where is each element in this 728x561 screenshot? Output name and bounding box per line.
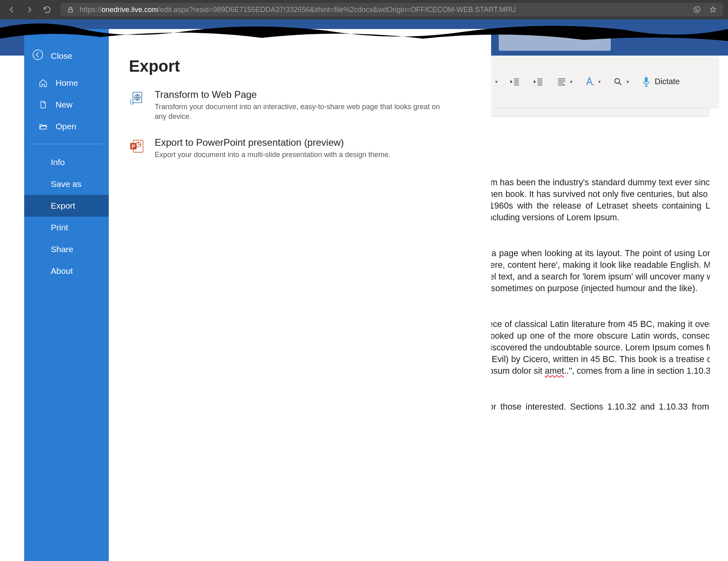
nav-label: Info — [51, 157, 65, 167]
browser-toolbar: https://onedrive.live.com/edit.aspx?resi… — [0, 0, 728, 19]
forward-button[interactable] — [24, 4, 35, 15]
svg-point-5 — [615, 79, 620, 83]
nav-about[interactable]: About — [24, 260, 109, 282]
nav-print[interactable]: Print — [24, 217, 109, 238]
svg-text:P: P — [132, 143, 135, 149]
browser-nav-buttons — [6, 4, 52, 15]
export-option-title: Export to PowerPoint presentation (previ… — [155, 137, 390, 148]
doc-paragraph: Lorem Ipsum is simply dummy text of the … — [491, 177, 710, 224]
backstage-content: Export Transform to Web Page Transform y… — [109, 29, 491, 561]
back-button[interactable] — [6, 4, 17, 15]
nav-label: New — [56, 100, 73, 110]
chevron-down-icon: ▾ — [626, 79, 629, 85]
indent-icon — [532, 76, 544, 88]
cookie-icon[interactable] — [692, 4, 702, 15]
nav-label: Home — [56, 78, 78, 88]
outdent-icon — [509, 76, 521, 88]
svg-point-3 — [697, 10, 698, 11]
dictate-label: Dictate — [655, 77, 680, 86]
styles-icon — [584, 76, 596, 88]
svg-point-1 — [694, 7, 700, 13]
backstage-nav: Close Home New Open — [24, 29, 109, 561]
backstage-close-button[interactable]: Close — [24, 49, 109, 72]
export-to-powerpoint[interactable]: P Export to PowerPoint presentation (pre… — [129, 137, 447, 159]
export-option-desc: Transform your document into an interact… — [155, 102, 447, 122]
export-option-title: Transform to Web Page — [155, 89, 447, 100]
nav-label: Share — [51, 244, 73, 254]
nav-open[interactable]: Open — [29, 116, 104, 137]
doc-paragraph: The standard chunk of Lorem Ipsum used s… — [491, 401, 710, 424]
export-option-desc: Export your document into a multi-slide … — [155, 150, 390, 159]
microphone-icon — [640, 76, 652, 88]
search-icon — [612, 76, 624, 88]
search-box-placeholder[interactable] — [499, 30, 611, 51]
chevron-down-icon: ▾ — [495, 79, 498, 85]
doc-misspelled-word: amet — [545, 366, 564, 376]
nav-label: Save as — [51, 179, 81, 189]
document-icon — [38, 99, 48, 110]
nav-save-as[interactable]: Save as — [24, 173, 109, 195]
doc-text: ..", comes from a line in section 1.10.3… — [564, 366, 710, 376]
styles-menu[interactable]: ▾ — [584, 72, 601, 91]
nav-label: Print — [51, 223, 68, 232]
nav-label: Open — [56, 122, 76, 131]
lock-icon — [65, 4, 76, 15]
url-protocol: https:// — [80, 6, 102, 14]
paragraph-icon — [556, 76, 568, 88]
nav-export[interactable]: Export — [24, 195, 109, 217]
folder-open-icon — [38, 121, 48, 132]
svg-rect-0 — [68, 9, 73, 12]
backstage-panel: Close Home New Open — [24, 29, 491, 561]
nav-new[interactable]: New — [29, 94, 104, 116]
chevron-down-icon: ▾ — [598, 79, 601, 85]
nav-label: Export — [51, 201, 75, 211]
paragraph-menu[interactable]: ▾ — [556, 72, 572, 91]
favorite-icon[interactable] — [708, 4, 718, 15]
export-transform-webpage[interactable]: Transform to Web Page Transform your doc… — [129, 89, 447, 122]
close-label: Close — [51, 51, 73, 61]
decrease-indent-button[interactable] — [509, 72, 521, 91]
nav-label: About — [51, 266, 73, 276]
url-path: /edit.aspx?resid=989D6E7155EDDA37!332656… — [158, 6, 516, 14]
svg-point-2 — [696, 9, 697, 10]
document-canvas: Lorem Ipsum is simply dummy text of the … — [491, 108, 710, 561]
document-page[interactable]: Lorem Ipsum is simply dummy text of the … — [491, 116, 710, 561]
svg-rect-6 — [645, 77, 648, 83]
svg-point-4 — [696, 10, 697, 11]
home-icon — [38, 78, 48, 88]
nav-home[interactable]: Home — [29, 72, 104, 94]
back-circle-icon — [32, 49, 44, 62]
dictate-button[interactable]: Dictate — [640, 72, 680, 91]
powerpoint-icon: P — [129, 139, 145, 155]
chevron-down-icon: ▾ — [570, 79, 572, 85]
doc-paragraph: Contrary to popular belief, Lorem Ipsum … — [491, 319, 710, 377]
ribbon-toolbar: ▾ ▾ ▾ ▾ Dictate — [491, 56, 719, 108]
nav-info[interactable]: Info — [24, 151, 109, 173]
svg-point-7 — [33, 50, 43, 60]
increase-indent-button[interactable] — [532, 72, 544, 91]
transform-web-icon — [129, 91, 145, 107]
reload-button[interactable] — [42, 4, 52, 15]
address-bar[interactable]: https://onedrive.live.com/edit.aspx?resi… — [60, 3, 723, 17]
find-menu[interactable]: ▾ — [612, 72, 629, 91]
doc-paragraph: It is a long established fact that a rea… — [491, 248, 710, 294]
url-host: onedrive.live.com — [102, 6, 158, 14]
url-text: https://onedrive.live.com/edit.aspx?resi… — [80, 6, 516, 14]
toolbar-dropdown-1[interactable]: ▾ — [495, 72, 498, 91]
nav-share[interactable]: Share — [24, 238, 109, 260]
page-title: Export — [129, 57, 471, 75]
